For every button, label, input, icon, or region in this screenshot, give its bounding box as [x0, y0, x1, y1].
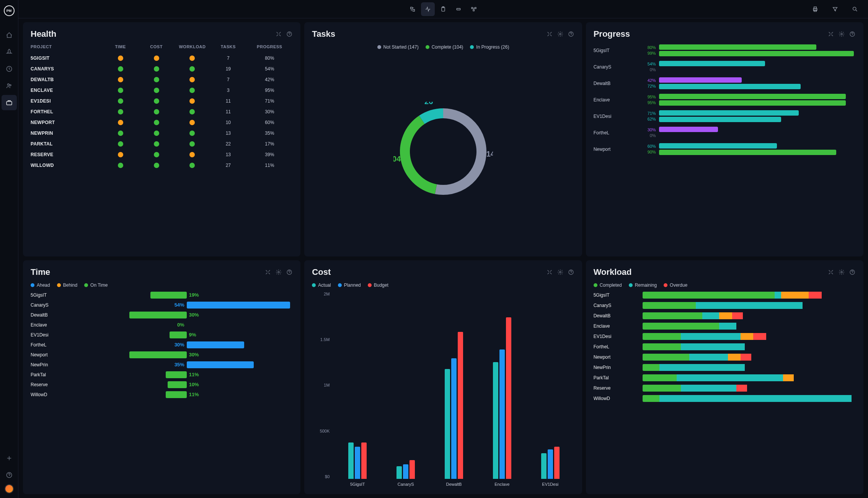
team-icon[interactable]	[2, 78, 17, 93]
svg-rect-9	[457, 8, 460, 10]
gear-icon[interactable]	[838, 31, 845, 38]
help-icon[interactable]	[849, 31, 856, 38]
filter-icon[interactable]	[828, 2, 842, 16]
expand-icon[interactable]	[275, 31, 282, 38]
time-row[interactable]: Newport30%	[31, 351, 293, 358]
briefcase-icon[interactable]	[2, 95, 17, 110]
gear-icon[interactable]	[557, 31, 564, 38]
tasks-panel: Tasks Not Started (147)Complete (104)In …	[304, 22, 582, 256]
health-panel: Health PROJECTTIMECOSTWORKLOADTASKSPROGR…	[23, 22, 300, 256]
cost-group[interactable]: DewaltB	[445, 332, 463, 479]
time-row[interactable]: EV1Desi9%	[31, 331, 293, 338]
svg-rect-14	[814, 7, 817, 8]
cost-title: Cost	[312, 267, 331, 277]
topbar	[18, 0, 868, 18]
workload-row[interactable]: ParkTal	[594, 374, 856, 381]
help-icon[interactable]	[286, 269, 293, 276]
zoom-icon[interactable]	[406, 2, 419, 16]
health-row[interactable]: EV1DESI1171%	[31, 96, 293, 106]
health-row[interactable]: NEWPRIN1335%	[31, 128, 293, 139]
workload-row[interactable]: WillowD	[594, 395, 856, 402]
progress-row[interactable]: DewaltB42%72%	[594, 77, 856, 89]
expand-icon[interactable]	[264, 269, 271, 276]
workload-row[interactable]: DewaltB	[594, 312, 856, 319]
workload-row[interactable]: NewPrin	[594, 364, 856, 371]
health-row[interactable]: NEWPORT1060%	[31, 117, 293, 128]
cost-group[interactable]: 5GigsIT	[348, 442, 367, 479]
progress-row[interactable]: 5GigsIT80%99%	[594, 44, 856, 56]
svg-text:26: 26	[424, 102, 433, 106]
time-row[interactable]: 5GigsIT19%	[31, 292, 293, 299]
tasks-title: Tasks	[312, 29, 335, 39]
time-panel: Time AheadBehindOn Time 5GigsIT19%Canary…	[23, 260, 300, 495]
print-icon[interactable]	[808, 2, 822, 16]
workload-row[interactable]: EV1Desi	[594, 333, 856, 340]
help-icon[interactable]	[849, 269, 856, 276]
help-icon[interactable]	[568, 31, 574, 38]
health-row[interactable]: CANARYS1954%	[31, 64, 293, 74]
expand-icon[interactable]	[546, 269, 553, 276]
minus-box-icon[interactable]	[452, 2, 465, 16]
time-row[interactable]: Reserve10%	[31, 381, 293, 388]
health-row[interactable]: 5GIGSIT780%	[31, 53, 293, 64]
workload-panel: Workload CompletedRemainingOverdue 5Gigs…	[586, 260, 863, 495]
time-row[interactable]: NewPrin35%	[31, 361, 293, 368]
expand-icon[interactable]	[546, 31, 553, 38]
progress-row[interactable]: EV1Desi71%62%	[594, 110, 856, 122]
time-row[interactable]: CanaryS54%	[31, 302, 293, 309]
time-row[interactable]: ParkTal11%	[31, 371, 293, 378]
sidebar: PM	[0, 0, 18, 498]
cost-chart: 2M1.5M1M500K$0 5GigsITCanarySDewaltBEncl…	[312, 292, 574, 488]
cost-group[interactable]: EV1Desi	[541, 447, 560, 479]
progress-row[interactable]: FortheL30%0%	[594, 127, 856, 139]
svg-point-25	[278, 271, 279, 273]
home-icon[interactable]	[2, 28, 17, 43]
progress-row[interactable]: Newport60%90%	[594, 143, 856, 155]
help-icon[interactable]	[286, 31, 293, 38]
cost-group[interactable]: CanaryS	[396, 460, 415, 479]
workload-row[interactable]: CanaryS	[594, 302, 856, 309]
help-icon[interactable]	[568, 269, 574, 276]
workload-row[interactable]: Newport	[594, 354, 856, 361]
health-row[interactable]: DEWALTB742%	[31, 74, 293, 85]
expand-icon[interactable]	[827, 31, 834, 38]
gear-icon[interactable]	[838, 269, 845, 276]
workload-row[interactable]: 5GigsIT	[594, 292, 856, 299]
health-row[interactable]: FORTHEL1130%	[31, 106, 293, 117]
svg-point-18	[560, 33, 561, 35]
flow-icon[interactable]	[467, 2, 481, 16]
health-row[interactable]: WILLOWD2711%	[31, 160, 293, 171]
help-icon[interactable]	[2, 467, 17, 483]
svg-text:147: 147	[486, 149, 493, 158]
avatar[interactable]	[5, 484, 14, 493]
gear-icon[interactable]	[557, 269, 564, 276]
health-row[interactable]: RESERVE1339%	[31, 149, 293, 160]
workload-row[interactable]: Enclave	[594, 323, 856, 330]
svg-point-16	[853, 7, 856, 10]
progress-row[interactable]: CanaryS54%0%	[594, 61, 856, 73]
time-title: Time	[31, 267, 50, 277]
time-row[interactable]: WillowD11%	[31, 391, 293, 398]
time-row[interactable]: FortheL30%	[31, 341, 293, 348]
time-row[interactable]: DewaltB30%	[31, 312, 293, 318]
svg-point-29	[841, 271, 842, 273]
bell-icon[interactable]	[2, 44, 17, 60]
expand-icon[interactable]	[827, 269, 834, 276]
workload-row[interactable]: Reserve	[594, 385, 856, 392]
gear-icon[interactable]	[275, 269, 282, 276]
activity-icon[interactable]	[421, 2, 435, 16]
workload-row[interactable]: FortheL	[594, 343, 856, 350]
health-row[interactable]: ENCLAVE395%	[31, 85, 293, 96]
svg-rect-3	[7, 101, 12, 105]
progress-title: Progress	[594, 29, 630, 39]
search-icon[interactable]	[848, 2, 862, 16]
health-row[interactable]: PARKTAL2217%	[31, 139, 293, 149]
logo[interactable]: PM	[4, 5, 15, 16]
plus-icon[interactable]	[2, 451, 17, 466]
progress-row[interactable]: Enclave95%95%	[594, 94, 856, 106]
svg-rect-11	[475, 7, 476, 8]
time-row[interactable]: Enclave0%	[31, 322, 293, 328]
clock-icon[interactable]	[2, 61, 17, 77]
cost-group[interactable]: Enclave	[493, 317, 511, 479]
clipboard-icon[interactable]	[436, 2, 450, 16]
